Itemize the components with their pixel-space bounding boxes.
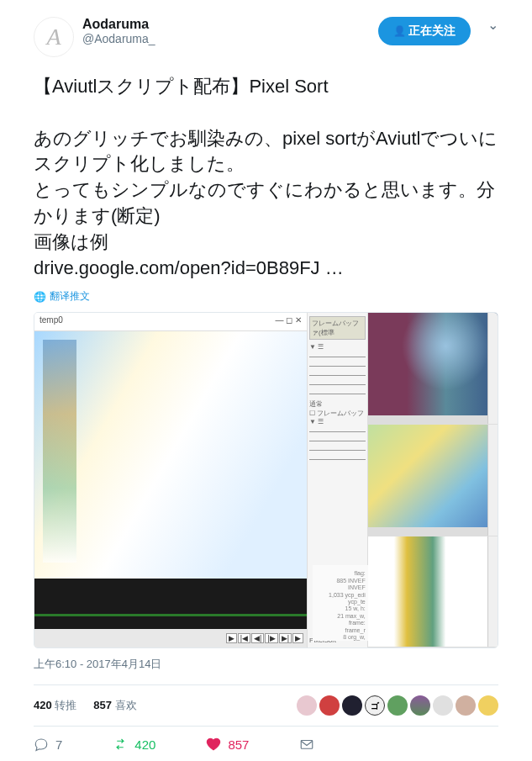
reply-button[interactable]: 7 [34, 737, 62, 752]
tweet-text: 【Aviutlスクリプト配布】Pixel Sort あのグリッチでお馴染みの、p… [34, 74, 498, 281]
share-button[interactable] [299, 737, 314, 752]
panel-slider [309, 353, 366, 360]
panel-row: ▼ ☰ [309, 418, 366, 425]
liker-avatar[interactable] [387, 695, 408, 716]
skip-start-icon: |◀ [238, 633, 250, 643]
user-info[interactable]: Aodaruma @Aodaruma_ [82, 17, 370, 45]
retweet-stat[interactable]: 420 转推 [34, 698, 76, 713]
panel-slider [309, 390, 366, 397]
liker-avatar[interactable] [342, 695, 362, 716]
media-timeline [34, 579, 307, 629]
liker-avatar[interactable] [478, 695, 498, 716]
media-thumb [368, 536, 498, 648]
liker-avatar[interactable] [365, 695, 385, 716]
media-thumb [368, 313, 498, 425]
timestamp[interactable]: 上午6:10 - 2017年4月14日 [34, 657, 498, 672]
media-thumb [368, 425, 498, 536]
play2-icon: ▶ [292, 633, 303, 643]
panel-slider [309, 372, 366, 378]
panel-slider [309, 428, 366, 435]
liker-avatar[interactable] [433, 695, 453, 716]
play-icon: ▶ [226, 633, 237, 643]
panel-slider [309, 447, 366, 453]
retweet-count: 420 [34, 699, 52, 711]
reply-count: 7 [55, 737, 62, 752]
liker-avatar[interactable] [319, 695, 340, 716]
reply-icon [34, 737, 49, 752]
panel-mode: 通常 [309, 399, 366, 409]
media-attachment[interactable]: temp0 — ◻ ✕ ▶ |◀ ◀| |▶ ▶| ▶ フレームバッファ(標準 … [34, 312, 498, 648]
user-handle: @Aodaruma_ [82, 32, 370, 45]
svg-rect-0 [302, 741, 313, 749]
step-back-icon: ◀| [251, 633, 264, 643]
media-playback-controls: ▶ |◀ ◀| |▶ ▶| ▶ [34, 629, 307, 647]
globe-icon: 🌐 [34, 291, 46, 303]
like-count: 857 [93, 699, 112, 711]
stats-bar: 420 转推 857 喜欢 [34, 684, 498, 727]
avatar[interactable]: A [34, 17, 74, 57]
envelope-icon [299, 737, 314, 752]
retweet-action-count: 420 [134, 737, 155, 752]
media-canvas [34, 331, 307, 579]
display-name: Aodaruma [82, 17, 370, 32]
media-debug-text: flag: 885 INVEF INVEF 1,033 ycp_edi ycp_… [313, 565, 368, 641]
like-action-count: 857 [228, 737, 249, 752]
media-main-window: temp0 — ◻ ✕ ▶ |◀ ◀| |▶ ▶| ▶ [34, 313, 308, 647]
chevron-down-icon[interactable]: ⌄ [487, 17, 498, 33]
skip-end-icon: ▶| [279, 633, 292, 643]
panel-row: ▼ ☰ [309, 343, 366, 351]
retweet-button[interactable]: 420 [113, 737, 155, 752]
panel-slider [309, 362, 366, 369]
window-title: temp0 [40, 315, 63, 328]
panel-sub: ☐ フレームバッフ [309, 409, 366, 418]
translate-link[interactable]: 🌐 翻译推文 [34, 289, 498, 304]
media-titlebar: temp0 — ◻ ✕ [34, 313, 307, 331]
retweet-label: 转推 [55, 699, 76, 711]
liker-avatar[interactable] [410, 695, 430, 716]
like-button[interactable]: 857 [206, 737, 249, 752]
step-fwd-icon: |▶ [265, 633, 277, 643]
liker-avatars[interactable] [297, 695, 498, 716]
like-stat[interactable]: 857 喜欢 [93, 698, 136, 713]
media-thumbnails [368, 313, 498, 647]
panel-title: フレームバッファ(標準 [309, 316, 366, 340]
tweet-container: A Aodaruma @Aodaruma_ 正在关注 ⌄ 【Aviutlスクリプ… [0, 0, 532, 761]
action-bar: 7 420 857 [34, 727, 498, 761]
liker-avatar[interactable] [297, 695, 317, 716]
like-label: 喜欢 [115, 699, 137, 711]
panel-slider [309, 437, 366, 444]
retweet-icon [113, 737, 128, 752]
panel-slider [309, 381, 366, 388]
window-controls-icon: — ◻ ✕ [276, 315, 303, 328]
liker-avatar[interactable] [456, 695, 476, 716]
translate-label: 翻译推文 [50, 289, 90, 304]
heart-icon [206, 737, 221, 752]
follow-button[interactable]: 正在关注 [378, 17, 471, 45]
tweet-header: A Aodaruma @Aodaruma_ 正在关注 ⌄ [34, 17, 498, 57]
panel-slider [309, 456, 366, 462]
